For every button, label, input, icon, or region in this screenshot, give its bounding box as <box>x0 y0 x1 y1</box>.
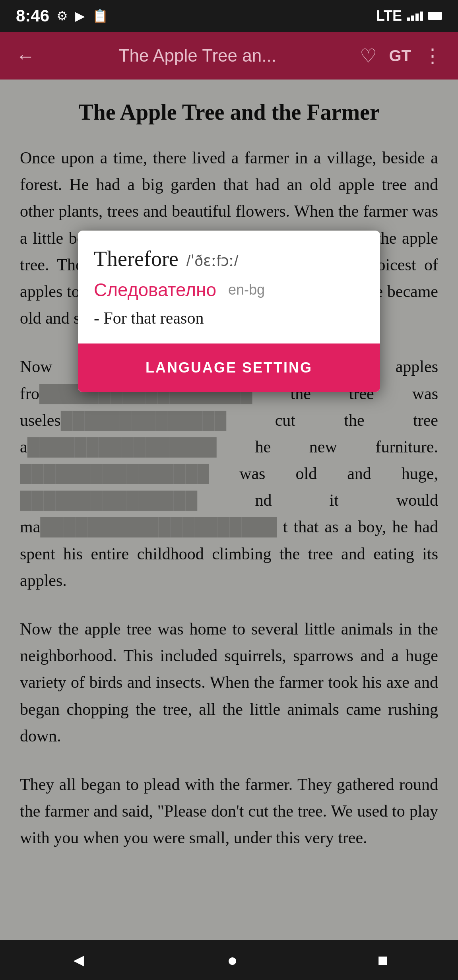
popup-translation: Следователно <box>94 279 216 301</box>
play-icon: ▶ <box>75 8 85 23</box>
language-setting-button[interactable]: LANGUAGE SETTING <box>78 343 380 392</box>
app-bar: ← The Apple Tree an... ♡ GT ⋮ <box>0 32 458 80</box>
nav-recents-button[interactable]: ■ <box>378 950 388 970</box>
more-options-button[interactable]: ⋮ <box>423 45 442 67</box>
status-right: LTE <box>376 8 442 24</box>
favorite-button[interactable]: ♡ <box>360 45 377 67</box>
popup-phonetic: /ˈðɛːfɔː/ <box>186 252 239 270</box>
popup-lang-code: en-bg <box>228 281 265 298</box>
battery-icon <box>428 12 442 20</box>
bottom-nav: ◄ ● ■ <box>0 940 458 980</box>
nav-back-button[interactable]: ◄ <box>70 950 87 970</box>
popup-definition: - For that reason <box>94 309 204 327</box>
back-button[interactable]: ← <box>16 45 35 67</box>
clipboard-icon: 📋 <box>92 8 108 23</box>
dictionary-popup: Therefore /ˈðɛːfɔː/ Следователно en-bg -… <box>78 231 380 392</box>
content-area: The Apple Tree and the Farmer Once upon … <box>0 80 458 940</box>
app-bar-title: The Apple Tree an... <box>47 46 348 66</box>
popup-definition-row: - For that reason <box>78 305 380 343</box>
nav-home-button[interactable]: ● <box>227 950 238 970</box>
settings-icon: ⚙ <box>56 8 68 23</box>
status-bar: 8:46 ⚙ ▶ 📋 LTE <box>0 0 458 32</box>
signal-bars <box>407 12 423 21</box>
popup-translation-row: Следователно en-bg <box>78 275 380 305</box>
modal-overlay: Therefore /ˈðɛːfɔː/ Следователно en-bg -… <box>0 80 458 940</box>
translate-button[interactable]: GT <box>389 47 411 65</box>
popup-word-row: Therefore /ˈðɛːfɔː/ <box>78 231 380 275</box>
status-time: 8:46 <box>16 6 49 25</box>
status-left: 8:46 ⚙ ▶ 📋 <box>16 6 108 25</box>
lte-label: LTE <box>376 8 402 24</box>
popup-word: Therefore <box>94 246 179 271</box>
